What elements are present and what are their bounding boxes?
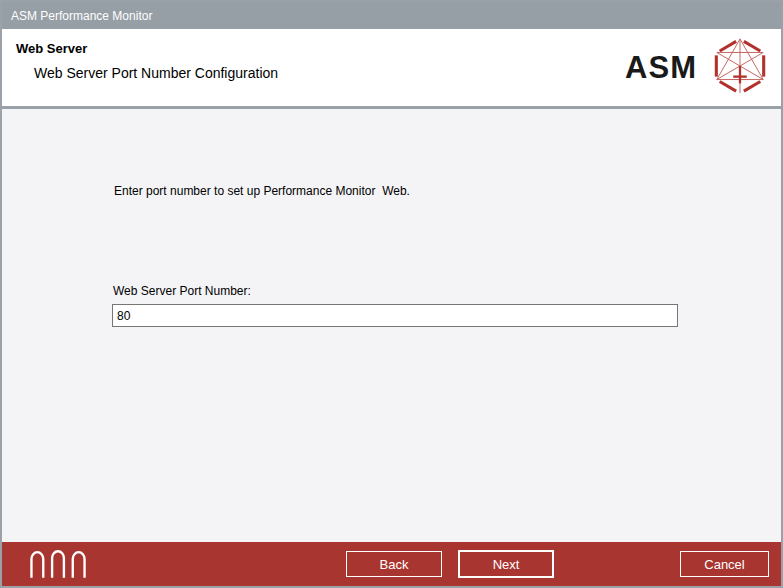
instruction-text: Enter port number to set up Performance … [114,184,410,198]
port-number-input[interactable] [112,304,678,327]
wizard-header: Web Server Web Server Port Number Config… [2,29,781,109]
wizard-footer: Back Next Cancel [2,542,781,586]
asm-polyhedron-icon [711,37,769,99]
brand-logo-text: ASM [625,50,697,86]
wizard-body: Enter port number to set up Performance … [2,112,781,540]
title-bar: ASM Performance Monitor [2,2,781,29]
header-titles: Web Server Web Server Port Number Config… [16,41,278,81]
triple-arch-icon [29,549,88,582]
back-button[interactable]: Back [346,551,442,577]
cancel-button[interactable]: Cancel [680,551,769,577]
step-subtitle: Web Server Port Number Configuration [34,65,278,81]
brand-logo: ASM [625,37,769,99]
next-button[interactable]: Next [458,550,554,578]
step-title: Web Server [16,41,278,56]
installer-window: ASM Performance Monitor Web Server Web S… [0,0,783,588]
window-title: ASM Performance Monitor [11,9,152,23]
port-number-label: Web Server Port Number: [113,284,251,298]
